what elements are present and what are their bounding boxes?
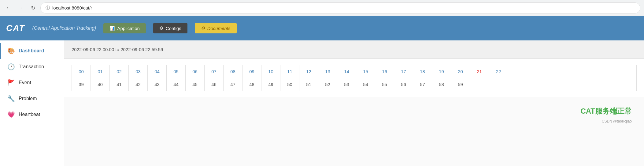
sidebar: 🎨 Dashboard 🕐 Transaction 🚩 Event 🔧 Prob… (0, 40, 64, 166)
sidebar-item-transaction[interactable]: 🕐 Transaction (0, 59, 64, 75)
dashboard-icon: 🎨 (7, 47, 15, 55)
info-icon: ⓘ (46, 5, 50, 11)
hour-cell-10[interactable]: 10 (261, 65, 280, 78)
minute-cell-51[interactable]: 51 (299, 78, 318, 91)
minute-cell-empty-1 (489, 78, 508, 91)
minute-cell-54[interactable]: 54 (356, 78, 375, 91)
sidebar-item-problem[interactable]: 🔧 Problem (0, 91, 64, 107)
minute-cell-48[interactable]: 48 (242, 78, 261, 91)
minute-cell-41[interactable]: 41 (110, 78, 129, 91)
hour-cell-01[interactable]: 01 (91, 65, 110, 78)
heartbeat-icon: 💗 (7, 111, 15, 118)
hour-cell-09[interactable]: 09 (242, 65, 261, 78)
hour-cell-22[interactable]: 22 (489, 65, 508, 78)
minute-cell-57[interactable]: 57 (413, 78, 432, 91)
date-range-text: 2022-09-06 22:00:00 to 2022-09-06 22:59:… (72, 47, 163, 52)
status-message: CAT服务端正常 (64, 97, 644, 119)
address-bar[interactable]: ⓘ localhost:8080/cat/r (40, 2, 640, 13)
minute-cell-53[interactable]: 53 (337, 78, 356, 91)
minute-cell-58[interactable]: 58 (432, 78, 451, 91)
minute-cell-39[interactable]: 39 (72, 78, 91, 91)
hour-cell-17[interactable]: 17 (394, 65, 413, 78)
sidebar-label-problem: Problem (19, 96, 37, 101)
documents-button[interactable]: Documents (195, 23, 237, 33)
minute-cell-47[interactable]: 47 (224, 78, 242, 91)
hour-cell-11[interactable]: 11 (280, 65, 299, 78)
minute-cell-59[interactable]: 59 (451, 78, 470, 91)
minute-cell-44[interactable]: 44 (167, 78, 186, 91)
hour-cell-15[interactable]: 15 (356, 65, 375, 78)
hour-cell-18[interactable]: 18 (413, 65, 432, 78)
main-layout: 🎨 Dashboard 🕐 Transaction 🚩 Event 🔧 Prob… (0, 40, 644, 166)
hours-row: 0001020304050607080910111213141516171819… (72, 65, 637, 78)
sidebar-label-event: Event (19, 80, 31, 85)
transaction-icon: 🕐 (7, 63, 15, 70)
sidebar-label-dashboard: Dashboard (19, 48, 44, 54)
sidebar-label-heartbeat: Heartbeat (19, 112, 40, 117)
problem-icon: 🔧 (7, 95, 15, 102)
minute-cell-empty-0 (470, 78, 489, 91)
reload-button[interactable]: ↻ (28, 3, 38, 13)
time-grid: 0001020304050607080910111213141516171819… (64, 59, 644, 97)
event-icon: 🚩 (7, 79, 15, 86)
gear-icon-docs (201, 25, 205, 31)
hour-cell-00[interactable]: 00 (72, 65, 91, 78)
minute-cell-46[interactable]: 46 (205, 78, 224, 91)
minute-cell-52[interactable]: 52 (318, 78, 337, 91)
minute-cell-49[interactable]: 49 (261, 78, 280, 91)
minutes-row: 3940414243444546474849505152535455565758… (72, 78, 637, 91)
csdn-watermark: CSDN @taoli-qiao (64, 119, 644, 126)
hour-cell-12[interactable]: 12 (299, 65, 318, 78)
hour-cell-04[interactable]: 04 (148, 65, 167, 78)
sidebar-label-transaction: Transaction (19, 64, 44, 70)
hour-cell-08[interactable]: 08 (224, 65, 242, 78)
url-text: localhost:8080/cat/r (52, 5, 92, 10)
cat-logo: CAT (6, 23, 25, 33)
back-button[interactable]: ← (4, 3, 13, 13)
hour-cell-14[interactable]: 14 (337, 65, 356, 78)
application-button[interactable]: 📊 Application (103, 23, 146, 33)
hour-cell-19[interactable]: 19 (432, 65, 451, 78)
hour-cell-20[interactable]: 20 (451, 65, 470, 78)
forward-button[interactable]: → (16, 3, 26, 13)
minute-cell-55[interactable]: 55 (375, 78, 394, 91)
cat-subtitle: (Central Application Tracking) (32, 25, 96, 31)
minute-cell-56[interactable]: 56 (394, 78, 413, 91)
minute-cell-50[interactable]: 50 (280, 78, 299, 91)
hour-cell-02[interactable]: 02 (110, 65, 129, 78)
minute-cell-43[interactable]: 43 (148, 78, 167, 91)
hour-cell-13[interactable]: 13 (318, 65, 337, 78)
hour-cell-03[interactable]: 03 (129, 65, 148, 78)
sidebar-item-heartbeat[interactable]: 💗 Heartbeat (0, 107, 64, 123)
bar-chart-icon: 📊 (109, 26, 115, 31)
sidebar-item-event[interactable]: 🚩 Event (0, 75, 64, 91)
hour-cell-07[interactable]: 07 (205, 65, 224, 78)
hour-cell-05[interactable]: 05 (167, 65, 186, 78)
minute-cell-45[interactable]: 45 (186, 78, 205, 91)
date-range-bar: 2022-09-06 22:00:00 to 2022-09-06 22:59:… (64, 40, 644, 59)
hour-cell-21[interactable]: 21 (470, 65, 489, 78)
content-area: 2022-09-06 22:00:00 to 2022-09-06 22:59:… (64, 40, 644, 166)
configs-button[interactable]: Configs (153, 23, 187, 33)
hour-cell-06[interactable]: 06 (186, 65, 205, 78)
sidebar-item-dashboard[interactable]: 🎨 Dashboard (0, 43, 64, 59)
app-header: CAT (Central Application Tracking) 📊 App… (0, 16, 644, 40)
browser-chrome: ← → ↻ ⓘ localhost:8080/cat/r (0, 0, 644, 16)
gear-icon-configs (159, 25, 163, 31)
hour-cell-16[interactable]: 16 (375, 65, 394, 78)
minute-cell-42[interactable]: 42 (129, 78, 148, 91)
minute-cell-40[interactable]: 40 (91, 78, 110, 91)
